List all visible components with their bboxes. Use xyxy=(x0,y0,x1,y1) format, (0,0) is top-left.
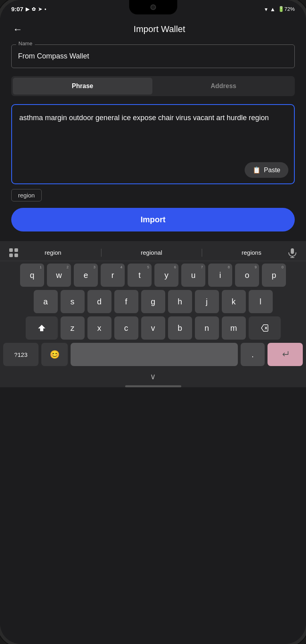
wifi-icon: ▾ xyxy=(265,6,267,12)
key-z[interactable]: z xyxy=(61,316,85,340)
enter-key[interactable] xyxy=(267,343,303,366)
keyboard-chevron-down[interactable]: ∨ xyxy=(150,372,156,381)
key-a[interactable]: a xyxy=(34,290,58,313)
key-c[interactable]: c xyxy=(114,316,138,340)
name-label: Name xyxy=(16,40,35,46)
key-l[interactable]: l xyxy=(249,290,273,313)
svg-rect-1 xyxy=(14,248,18,252)
battery-icon: 🔋72% xyxy=(278,6,295,12)
import-button[interactable]: Import xyxy=(11,208,295,231)
keyboard-grid-icon[interactable] xyxy=(5,247,22,258)
page-title: Import Wallet xyxy=(24,24,295,34)
key-w[interactable]: w2 xyxy=(47,264,71,287)
suggestion-2[interactable]: regions xyxy=(237,247,266,258)
svg-rect-4 xyxy=(291,248,294,254)
tab-phrase[interactable]: Phrase xyxy=(13,78,152,95)
key-h[interactable]: h xyxy=(168,290,192,313)
suggestion-1[interactable]: regional xyxy=(136,247,167,258)
name-input-group: Name xyxy=(11,44,295,68)
keyboard-rows: q1 w2 e3 r4 t5 y6 u7 i8 o9 p0 a s d f g … xyxy=(0,261,306,368)
key-b[interactable]: b xyxy=(168,316,192,340)
suggestion-0[interactable]: region xyxy=(40,247,66,258)
period-key[interactable]: . xyxy=(241,343,265,366)
key-p[interactable]: p0 xyxy=(262,264,286,287)
svg-rect-3 xyxy=(14,254,18,257)
svg-rect-0 xyxy=(9,248,13,252)
keyboard-row-4: ?123 😊 . xyxy=(3,343,303,366)
keyboard-bottom-bar: ∨ xyxy=(0,368,306,384)
key-m[interactable]: m xyxy=(222,316,246,340)
key-k[interactable]: k xyxy=(222,290,246,313)
key-f[interactable]: f xyxy=(114,290,138,313)
key-g[interactable]: g xyxy=(141,290,165,313)
autocomplete-chip[interactable]: region xyxy=(11,189,42,201)
key-d[interactable]: d xyxy=(87,290,111,313)
emoji-key[interactable]: 😊 xyxy=(41,343,68,366)
keyboard-suggestions-words: region regional regions xyxy=(22,247,284,258)
key-i[interactable]: i8 xyxy=(208,264,232,287)
key-v[interactable]: v xyxy=(141,316,165,340)
backspace-key[interactable] xyxy=(249,316,281,340)
svg-rect-2 xyxy=(9,254,13,257)
key-o[interactable]: o9 xyxy=(235,264,259,287)
autocomplete-bar: region xyxy=(11,189,295,201)
key-n[interactable]: n xyxy=(195,316,219,340)
back-button[interactable]: ← xyxy=(11,22,24,36)
key-s[interactable]: s xyxy=(61,290,85,313)
keyboard: region regional regions q1 w2 xyxy=(0,241,306,387)
paste-button[interactable]: 📋 Paste xyxy=(245,162,288,178)
home-indicator xyxy=(125,385,181,387)
signal-icon: ▲ xyxy=(270,6,276,12)
microphone-icon[interactable] xyxy=(284,247,301,258)
phrase-area[interactable]: asthma margin outdoor general ice expose… xyxy=(11,104,295,184)
paste-icon: 📋 xyxy=(253,166,261,174)
phrase-text: asthma margin outdoor general ice expose… xyxy=(19,112,287,124)
key-q[interactable]: q1 xyxy=(20,264,44,287)
keyboard-row-3: z x c v b n m xyxy=(3,316,303,340)
status-right: ▾ ▲ 🔋72% xyxy=(265,6,295,12)
key-u[interactable]: u7 xyxy=(181,264,205,287)
name-input[interactable] xyxy=(11,44,295,68)
key-r[interactable]: r4 xyxy=(101,264,125,287)
keyboard-suggestions-row: region regional regions xyxy=(0,244,306,261)
keyboard-row-1: q1 w2 e3 r4 t5 y6 u7 i8 o9 p0 xyxy=(3,264,303,287)
key-e[interactable]: e3 xyxy=(74,264,98,287)
tab-switcher: Phrase Address xyxy=(11,76,295,96)
app-screen: ← Import Wallet Name Phrase Address asth… xyxy=(0,16,306,241)
status-time: 9:07 ▶ ✿ ➤ • xyxy=(11,6,46,12)
tab-address[interactable]: Address xyxy=(154,78,294,95)
numbers-key[interactable]: ?123 xyxy=(3,343,39,366)
keyboard-row-2: a s d f g h j k l xyxy=(3,290,303,313)
header: ← Import Wallet xyxy=(11,16,295,44)
key-x[interactable]: x xyxy=(87,316,111,340)
key-j[interactable]: j xyxy=(195,290,219,313)
key-y[interactable]: y6 xyxy=(154,264,178,287)
key-t[interactable]: t5 xyxy=(128,264,152,287)
shift-key[interactable] xyxy=(26,316,58,340)
space-key[interactable] xyxy=(71,343,238,366)
